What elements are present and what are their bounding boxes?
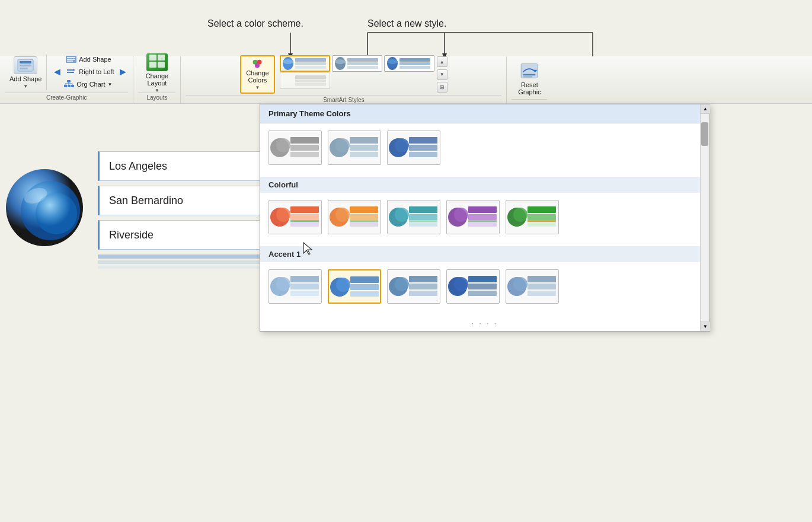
svg-rect-22 — [68, 85, 71, 87]
svg-rect-44 — [347, 62, 378, 65]
change-layout-button[interactable]: ChangeLayout ▼ — [141, 55, 174, 91]
style-thumb-3[interactable] — [384, 55, 434, 72]
svg-rect-75 — [409, 145, 437, 151]
accent1-option-5[interactable] — [506, 269, 559, 304]
ribbon: Add Shape ▼ ◄ — [0, 56, 812, 104]
scrollbar-thumb[interactable] — [701, 122, 708, 146]
svg-rect-119 — [409, 276, 437, 282]
svg-rect-51 — [295, 75, 326, 79]
gallery-up-arrow[interactable]: ▲ — [437, 56, 447, 67]
svg-point-63 — [276, 138, 290, 152]
svg-rect-125 — [468, 284, 497, 289]
scrollbar-down-button[interactable]: ▼ — [701, 322, 710, 331]
add-bullet-button[interactable]: Add Shape — [63, 53, 116, 65]
svg-rect-48 — [399, 58, 430, 62]
svg-rect-111 — [290, 291, 319, 296]
svg-rect-82 — [290, 220, 319, 222]
svg-rect-115 — [350, 284, 379, 290]
gallery-down-arrow[interactable]: ▼ — [437, 69, 447, 80]
svg-point-35 — [255, 63, 260, 68]
svg-rect-71 — [350, 152, 378, 157]
svg-rect-86 — [350, 214, 378, 220]
svg-rect-105 — [528, 221, 556, 227]
style-thumb-1[interactable] — [280, 55, 330, 72]
svg-rect-10 — [20, 61, 31, 63]
primary-option-1[interactable] — [268, 130, 322, 165]
svg-rect-92 — [409, 214, 437, 220]
change-layout-label: ChangeLayout — [146, 72, 169, 87]
svg-rect-57 — [523, 76, 533, 78]
colorful-options-row — [268, 200, 701, 234]
colorful-option-3[interactable] — [387, 200, 440, 234]
colorful-option-5[interactable] — [506, 200, 559, 234]
list-item-los-angeles: Los Angeles — [98, 151, 264, 181]
style-thumb-2[interactable] — [332, 55, 382, 72]
svg-rect-23 — [71, 85, 74, 87]
smartart-styles-label: SmartArt Styles — [186, 95, 501, 103]
svg-rect-124 — [468, 276, 497, 282]
left-arrow-button[interactable]: ◄ — [52, 66, 62, 78]
svg-rect-45 — [347, 66, 378, 69]
add-shape-button[interactable]: Add Shape ▼ — [5, 54, 47, 91]
svg-point-37 — [283, 59, 293, 64]
svg-rect-116 — [350, 291, 379, 297]
create-graphic-label: create-graphic — [5, 93, 128, 101]
accent1-option-1[interactable] — [268, 269, 322, 304]
scrollbar-up-button[interactable]: ▲ — [701, 104, 710, 114]
svg-point-47 — [387, 59, 398, 64]
accent1-option-2[interactable] — [328, 269, 381, 304]
svg-rect-74 — [409, 137, 437, 144]
svg-rect-43 — [347, 58, 378, 62]
svg-rect-38 — [295, 58, 326, 62]
accent1-title: Accent 1 — [268, 250, 300, 259]
list-items: Los Angeles San Bernardino Riverside — [98, 151, 264, 270]
org-chart-dropdown: ▼ — [108, 82, 113, 87]
change-colors-dropdown: ▼ — [255, 85, 260, 90]
colorful-option-4[interactable] — [446, 200, 500, 234]
svg-rect-53 — [295, 83, 326, 86]
change-colors-button[interactable]: ChangeColors ▼ — [240, 55, 275, 94]
reset-graphic-icon — [517, 62, 541, 80]
right-arrow-button[interactable]: ► — [118, 66, 129, 78]
accent1-option-3[interactable] — [387, 269, 440, 304]
primary-options-row — [268, 130, 701, 165]
primary-option-2[interactable] — [328, 130, 381, 165]
svg-text:Select a new style.: Select a new style. — [367, 18, 446, 28]
change-layout-icon — [146, 53, 168, 71]
svg-rect-85 — [350, 206, 378, 213]
colorful-header: Colorful — [260, 177, 709, 193]
org-chart-button[interactable]: Org Chart ▼ — [63, 78, 116, 90]
svg-point-90 — [395, 208, 409, 222]
svg-point-42 — [335, 59, 346, 64]
svg-rect-81 — [290, 221, 319, 227]
svg-rect-66 — [290, 152, 319, 157]
svg-rect-104 — [528, 214, 556, 220]
svg-rect-12 — [20, 68, 28, 69]
svg-rect-130 — [528, 284, 556, 289]
accent1-options-row — [268, 269, 701, 304]
accent1-option-4[interactable] — [446, 269, 500, 304]
dots-label: · · · · — [472, 319, 498, 327]
gallery-scroll: ▲ ▼ ⊞ — [437, 55, 447, 94]
reset-graphic-button[interactable]: ResetGraphic — [512, 59, 547, 98]
svg-rect-21 — [64, 85, 67, 87]
colorful-option-2[interactable] — [328, 200, 381, 234]
style-thumb-4[interactable] — [280, 72, 330, 89]
primary-theme-header: Primary Theme Colors — [260, 104, 709, 123]
add-bullet-icon — [66, 55, 76, 63]
gallery-expand-arrow[interactable]: ⊞ — [437, 82, 447, 93]
list-item-riverside: Riverside — [98, 220, 264, 250]
svg-rect-31 — [149, 62, 156, 68]
svg-point-68 — [335, 138, 350, 152]
svg-rect-70 — [350, 145, 378, 151]
main-orb — [3, 151, 107, 255]
svg-rect-94 — [409, 220, 437, 222]
svg-rect-39 — [295, 62, 326, 65]
right-to-left-button[interactable]: Right to Left — [63, 66, 116, 78]
primary-option-3[interactable] — [387, 130, 440, 165]
svg-rect-76 — [409, 152, 437, 157]
svg-rect-69 — [350, 137, 378, 144]
los-angeles-text: Los Angeles — [109, 160, 167, 173]
svg-rect-121 — [409, 291, 437, 296]
colorful-option-1[interactable] — [268, 200, 322, 234]
